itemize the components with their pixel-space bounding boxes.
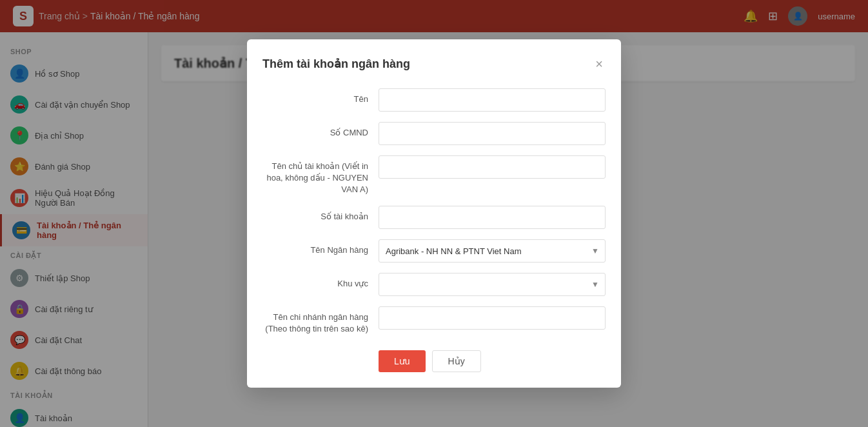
- form-row-chi-nhanh: Tên chi nhánh ngân hàng (Theo thông tin …: [262, 306, 606, 335]
- form-row-khu-vuc: Khu vực ▼: [262, 273, 606, 296]
- form-row-chu-tk: Tên chủ tài khoản (Viết in hoa, không dấ…: [262, 155, 606, 196]
- so-tk-input[interactable]: [379, 206, 606, 229]
- form-row-so-tk: Số tài khoản: [262, 206, 606, 229]
- cmnd-input[interactable]: [379, 122, 606, 145]
- chu-tk-label: Tên chủ tài khoản (Viết in hoa, không dấ…: [262, 155, 379, 196]
- ngan-hang-select[interactable]: Agribank - NH NN & PTNT Viet Nam: [379, 239, 606, 263]
- add-bank-account-modal: Thêm tài khoản ngân hàng × Tên Số CMND T…: [247, 39, 621, 388]
- chi-nhanh-label: Tên chi nhánh ngân hàng (Theo thông tin …: [262, 306, 379, 335]
- modal-overlay: Thêm tài khoản ngân hàng × Tên Số CMND T…: [0, 0, 868, 427]
- modal-close-button[interactable]: ×: [593, 55, 606, 73]
- modal-header: Thêm tài khoản ngân hàng ×: [262, 55, 606, 73]
- save-button[interactable]: Lưu: [379, 350, 426, 372]
- khu-vuc-select[interactable]: [379, 273, 606, 296]
- ten-input[interactable]: [379, 88, 606, 112]
- khu-vuc-label: Khu vực: [262, 273, 379, 290]
- khu-vuc-select-wrapper: ▼: [379, 273, 606, 296]
- cancel-button[interactable]: Hủy: [432, 350, 481, 372]
- ten-label: Tên: [262, 88, 379, 105]
- form-row-ten: Tên: [262, 88, 606, 112]
- so-tk-label: Số tài khoản: [262, 206, 379, 223]
- chi-nhanh-input[interactable]: [379, 306, 606, 330]
- chu-tk-input[interactable]: [379, 155, 606, 179]
- modal-title: Thêm tài khoản ngân hàng: [262, 57, 410, 71]
- ngan-hang-label: Tên Ngân hàng: [262, 239, 379, 256]
- modal-footer: Lưu Hủy: [262, 350, 606, 372]
- form-row-cmnd: Số CMND: [262, 122, 606, 145]
- ngan-hang-select-wrapper: Agribank - NH NN & PTNT Viet Nam ▼: [379, 239, 606, 263]
- cmnd-label: Số CMND: [262, 122, 379, 139]
- form-row-ngan-hang: Tên Ngân hàng Agribank - NH NN & PTNT Vi…: [262, 239, 606, 263]
